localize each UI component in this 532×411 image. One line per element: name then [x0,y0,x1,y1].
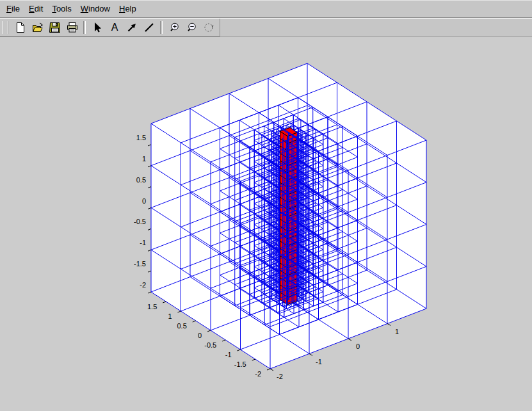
print-figure-button[interactable] [64,20,80,35]
new-document-icon [14,21,27,34]
zoom-out-icon [185,21,198,34]
add-text-button[interactable]: A [106,20,122,35]
open-folder-icon [31,21,44,34]
y-tick-label: -1 [225,351,232,359]
menu-item-tools[interactable]: Tools [47,1,76,17]
add-line-button[interactable] [141,20,157,35]
menu-bar: FileEditToolsWindowHelp [0,1,532,18]
z-tick-label: 1 [142,155,146,163]
new-figure-button[interactable] [12,20,28,35]
x-tick-label: 0 [356,342,360,350]
x-tick-label: -2 [277,373,283,380]
text-a-icon: A [108,21,121,34]
svg-text:A: A [111,22,118,33]
add-arrow-button[interactable] [124,20,140,35]
figure-canvas[interactable]: 1.510.50-0.5-1-1.5-21.510.50-0.5-1-1.5-2… [0,36,532,411]
z-tick-label: 1.5 [136,134,146,141]
menu-item-window[interactable]: Window [76,1,115,17]
open-file-button[interactable] [29,20,45,35]
z-tick-label: -0.5 [134,218,146,225]
zoom-in-button[interactable] [166,20,182,35]
y-tick-label: 0 [198,332,202,339]
ne-arrow-icon [125,21,138,34]
line-icon [143,21,156,34]
zoom-in-icon [168,21,181,34]
z-tick-label: -1.5 [134,260,146,268]
z-tick-label: 0.5 [136,176,146,184]
toolbar-separator [160,21,163,34]
y-tick-label: -2 [255,370,261,378]
axes-3d-plot[interactable]: 1.510.50-0.5-1-1.5-21.510.50-0.5-1-1.5-2… [0,36,532,411]
y-tick-label: 0.5 [177,322,186,330]
y-tick-label: 1.5 [147,303,157,310]
toolbar-grip[interactable] [2,21,9,34]
pointer-arrow-icon [91,21,104,34]
y-tick-label: -0.5 [204,341,216,349]
save-floppy-icon [49,21,61,34]
x-tick-label: 1 [395,328,399,335]
menu-item-help[interactable]: Help [115,1,141,17]
toolbar-separator [83,21,86,34]
x-tick-label: -1 [316,358,322,366]
save-figure-button[interactable] [47,20,63,35]
zoom-out-button[interactable] [183,20,199,35]
print-icon [66,21,79,34]
rotate-3d-button[interactable] [200,20,216,35]
rotate-3d-icon [202,21,215,34]
toolbar-panel: A [0,19,220,36]
menu-item-file[interactable]: File [2,1,24,17]
y-tick-label: 1 [168,312,172,320]
matlab-figure-window: FileEditToolsWindowHelp [0,0,532,411]
z-tick-label: -2 [140,281,146,289]
menu-item-edit[interactable]: Edit [24,1,47,17]
y-tick-label: -1.5 [234,360,246,368]
pointer-tool-button[interactable] [89,20,105,35]
z-tick-label: -1 [140,239,146,246]
toolbar: A [0,18,532,37]
z-tick-label: 0 [142,197,146,205]
